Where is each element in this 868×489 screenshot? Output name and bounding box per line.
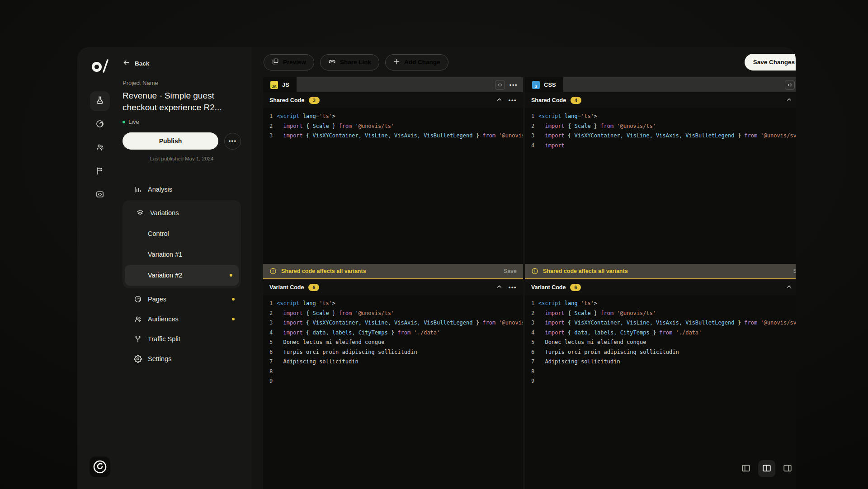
split-icon (133, 335, 142, 343)
rail-target-button[interactable] (90, 115, 110, 135)
code-line: 4 import { data, labels, CityTemps } fro… (263, 328, 523, 338)
sidebar-item-audiences[interactable]: Audiences (123, 309, 241, 329)
sidebar-item-traffic-split[interactable]: Traffic Split (123, 329, 241, 349)
tab-js[interactable]: JS JS (263, 77, 297, 92)
sidebar-item-analysis[interactable]: Analysis (123, 179, 241, 199)
sidebar-item-variation-1[interactable]: Variation #1 (125, 244, 239, 265)
rail-audiences-button[interactable] (90, 138, 110, 158)
line-number: 1 (525, 112, 538, 122)
rail-code-button[interactable] (90, 185, 110, 205)
publish-more-button[interactable]: ••• (224, 133, 241, 150)
shared-save-button[interactable]: Save (504, 268, 517, 274)
code-text: import (538, 141, 565, 151)
collapse-button[interactable] (496, 284, 502, 291)
share-link-button[interactable]: Share Link (320, 54, 379, 71)
panel-more-button[interactable]: ••• (509, 81, 518, 88)
css-tabbar: 3 CSS ••• (525, 77, 796, 92)
preview-window-icon (272, 58, 279, 66)
code-view-button[interactable] (495, 80, 505, 90)
nav-label: Settings (148, 355, 171, 362)
preview-label: Preview (283, 59, 306, 66)
line-number: 6 (525, 348, 538, 357)
layout-split-icon (762, 463, 772, 475)
sidebar-item-control[interactable]: Control (125, 223, 239, 244)
tab-css[interactable]: 3 CSS (525, 77, 563, 92)
nav-label: Pages (148, 296, 166, 303)
code-line: 1<script lang='ts'> (263, 112, 523, 122)
back-button[interactable]: Back (123, 59, 149, 68)
sidebar-item-pages[interactable]: Pages (123, 289, 241, 309)
footer-brand-logo (90, 456, 110, 477)
rail-experiments-button[interactable] (90, 91, 110, 111)
line-number: 4 (525, 141, 538, 151)
main-area: Preview Share Link Add Change Save Chang… (252, 47, 796, 489)
editor-panels: JS JS ••• Shared Code 3 (252, 77, 796, 489)
variant-code-title: Variant Code (269, 284, 304, 291)
code-view-button[interactable] (785, 80, 795, 90)
line-number: 4 (263, 328, 277, 338)
css-icon: 3 (532, 81, 540, 89)
bar-chart-icon (133, 185, 142, 193)
project-name-label: Project Name (123, 80, 241, 86)
sidebar-item-settings[interactable]: Settings (123, 349, 241, 369)
line-number: 3 (525, 318, 538, 328)
code-line: 7 Adipiscing sollicitudin (263, 357, 523, 367)
add-change-button[interactable]: Add Change (385, 54, 448, 71)
code-line: 1<script lang='ts'> (263, 299, 523, 309)
shared-code-warning: Shared code affects all variants Save (525, 264, 796, 279)
js-tabbar: JS JS ••• (263, 77, 523, 92)
code-text: import { Scale } from '@unovis/ts' (538, 309, 656, 319)
line-number: 7 (525, 357, 538, 367)
layout-right-button[interactable] (779, 460, 796, 477)
spiral-icon (95, 119, 104, 130)
shared-save-button[interactable]: Save (793, 268, 796, 274)
css-shared-code-editor[interactable]: 1<script lang='ts'>2 import { Scale } fr… (525, 108, 796, 264)
live-label: Live (128, 118, 139, 125)
code-text: Donec lectus mi eleifend congue (538, 338, 646, 348)
code-text: import { Scale } from '@unovis/ts' (538, 122, 656, 132)
variations-group: Variations Control Variation #1 Variatio… (123, 200, 241, 288)
warning-text: Shared code affects all variants (543, 268, 628, 274)
topbar: Preview Share Link Add Change Save Chang… (252, 47, 796, 77)
chevron-up-icon (496, 97, 502, 104)
sidebar-content: Back Project Name Revenue - Simple guest… (123, 47, 252, 489)
code-line: 9 (263, 376, 523, 386)
flag-icon (95, 166, 104, 177)
preview-button[interactable]: Preview (264, 54, 314, 71)
flask-icon (95, 96, 104, 107)
layout-left-button[interactable] (737, 460, 755, 477)
line-number: 9 (263, 376, 277, 386)
unsaved-dot-icon (232, 318, 235, 320)
code-text: Turpis orci proin adipiscing sollicitudi… (277, 348, 417, 357)
section-more-button[interactable]: ••• (509, 284, 517, 291)
line-number: 4 (525, 328, 538, 338)
code-text: import { VisXYContainer, VisLine, VisAxi… (538, 131, 796, 141)
section-more-button[interactable]: ••• (509, 97, 517, 103)
nav-label: Control (148, 230, 169, 237)
layout-switcher (737, 460, 796, 477)
chevron-up-icon (496, 284, 502, 291)
code-text: Adipiscing sollicitudin (277, 357, 359, 367)
rail-flags-button[interactable] (90, 162, 110, 182)
line-number: 3 (263, 131, 277, 141)
js-variant-code-editor[interactable]: 1<script lang='ts'>2 import { Scale } fr… (263, 295, 523, 489)
collapse-button[interactable] (496, 97, 502, 104)
sidebar-item-variation-2[interactable]: Variation #2 (125, 265, 239, 286)
code-text: Donec lectus mi eleifend congue (277, 338, 384, 348)
code-text: import { Scale } from '@unovis/ts' (277, 309, 394, 319)
line-number: 6 (263, 348, 277, 357)
sidebar-item-variations[interactable]: Variations (125, 202, 239, 223)
share-link-label: Share Link (340, 59, 371, 66)
people-icon (95, 143, 104, 154)
code-line: 2 import { Scale } from '@unovis/ts' (263, 309, 523, 319)
collapse-button[interactable] (786, 97, 792, 104)
line-number: 2 (263, 309, 277, 319)
js-shared-code-editor[interactable]: 1<script lang='ts'>2 import { Scale } fr… (263, 108, 523, 264)
code-line: 6 Turpis orci proin adipiscing sollicitu… (263, 348, 523, 357)
save-changes-button[interactable]: Save Changes (745, 54, 796, 71)
layout-split-button[interactable] (758, 460, 775, 477)
collapse-button[interactable] (786, 284, 792, 291)
publish-button[interactable]: Publish (123, 132, 218, 150)
code-text: <script lang='ts'> (538, 299, 597, 309)
shared-code-warning: Shared code affects all variants Save (263, 264, 523, 279)
